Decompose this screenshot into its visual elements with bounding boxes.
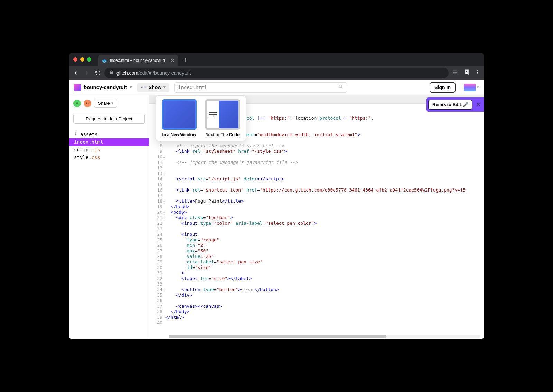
tab-title: index.html – bouncy-candytuft (110, 58, 165, 63)
remix-banner: Remix to Edit 🎤 ✕ (426, 97, 484, 112)
code-content[interactable]: <script>if (location.protocol !== "https… (165, 115, 484, 326)
chevron-down-icon: ▾ (163, 85, 166, 90)
app-main: •• •• Share ▾ Request to Join Project 🗄a… (69, 95, 484, 339)
svg-point-4 (477, 72, 478, 73)
chevron-down-icon: ▾ (130, 85, 132, 90)
show-button[interactable]: 👓 Show ▾ (137, 83, 169, 92)
svg-point-5 (477, 73, 478, 74)
forward-icon (84, 70, 90, 76)
scrollbar-thumb[interactable] (169, 335, 386, 338)
chevron-down-icon: ▾ (111, 101, 113, 105)
svg-rect-1 (453, 72, 457, 73)
url-input[interactable]: glitch.com/edit/#!/bouncy-candytuft (104, 68, 449, 78)
file-item[interactable]: 🗄assets (69, 131, 149, 138)
presence-avatar-icon[interactable]: •• (73, 100, 81, 107)
browser-window: 🐟 index.html – bouncy-candytuft ✕ + glit… (69, 53, 484, 339)
profile-icon[interactable] (463, 69, 470, 77)
address-bar: glitch.com/edit/#!/bouncy-candytuft (69, 66, 484, 80)
chevron-down-icon: ▾ (477, 85, 479, 90)
horizontal-scrollbar[interactable] (169, 335, 480, 338)
menu-icon[interactable] (475, 69, 480, 76)
share-label: Share (98, 101, 110, 106)
svg-rect-0 (453, 71, 457, 71)
glasses-icon: 👓 (141, 85, 147, 90)
app-body: bouncy-candytuft ▾ 👓 Show ▾ index.html S… (69, 80, 484, 339)
reload-icon[interactable] (95, 70, 101, 76)
minimize-window-icon[interactable] (80, 57, 84, 62)
presence-avatar-icon[interactable]: •• (84, 100, 91, 107)
file-name: assets (80, 132, 98, 137)
window-titlebar: 🐟 index.html – bouncy-candytuft ✕ + (69, 53, 484, 66)
file-item[interactable]: script.js (69, 146, 149, 153)
share-button[interactable]: Share ▾ (94, 99, 117, 108)
search-placeholder: index.html (178, 85, 207, 90)
file-name: index.html (74, 139, 103, 145)
remix-to-edit-button[interactable]: Remix to Edit 🎤 (428, 100, 472, 110)
show-option-label: In a New Window (159, 132, 199, 137)
lock-icon (109, 70, 114, 76)
fish-avatar-icon (464, 84, 476, 91)
file-name: style.css (74, 155, 100, 160)
close-tab-icon[interactable]: ✕ (170, 58, 175, 63)
line-gutter: 3▾45678910▾111213▾1415161718▾1920▾21▾222… (149, 115, 165, 326)
file-item[interactable]: index.html (69, 138, 149, 146)
glitch-logo-icon (74, 84, 81, 91)
show-menu-popup: In a New Window Next to The Code (156, 95, 246, 141)
browser-tab[interactable]: 🐟 index.html – bouncy-candytuft ✕ (98, 55, 178, 66)
show-label: Show (149, 85, 161, 90)
show-option-label: Next to The Code (203, 132, 242, 137)
svg-point-3 (477, 70, 478, 71)
file-name: script.js (74, 147, 100, 152)
reader-icon[interactable] (452, 69, 458, 77)
editor-area: In a New Window Next to The Code Remix t… (149, 95, 484, 339)
show-option-next-to-code[interactable]: Next to The Code (203, 99, 242, 137)
close-window-icon[interactable] (73, 57, 77, 62)
preview-split-thumbnail-icon (205, 99, 240, 130)
project-name-label: bouncy-candytuft (84, 84, 127, 90)
back-icon[interactable] (73, 70, 79, 76)
tab-favicon-icon: 🐟 (102, 58, 107, 63)
file-item[interactable]: style.css (69, 153, 149, 161)
user-avatar-dropdown[interactable]: ▾ (460, 84, 479, 91)
project-name-dropdown[interactable]: bouncy-candytuft ▾ (74, 84, 132, 91)
remix-label: Remix to Edit (432, 102, 461, 107)
svg-rect-2 (453, 74, 456, 74)
close-icon[interactable]: ✕ (475, 101, 482, 108)
search-icon (338, 84, 343, 90)
traffic-lights (73, 57, 91, 62)
file-list: 🗄assetsindex.htmlscript.jsstyle.css (69, 131, 149, 161)
svg-point-6 (339, 85, 342, 88)
sidebar: •• •• Share ▾ Request to Join Project 🗄a… (69, 95, 149, 339)
preview-thumbnail-icon (162, 99, 197, 130)
url-text: glitch.com/edit/#!/bouncy-candytuft (116, 70, 191, 76)
folder-icon: 🗄 (74, 132, 78, 137)
app-header: bouncy-candytuft ▾ 👓 Show ▾ index.html S… (69, 80, 484, 95)
microphone-icon: 🎤 (463, 102, 468, 107)
search-input[interactable]: index.html (174, 82, 347, 93)
request-join-button[interactable]: Request to Join Project (73, 114, 145, 124)
new-tab-button[interactable]: + (184, 57, 187, 64)
sign-in-button[interactable]: Sign In (430, 82, 456, 93)
show-option-new-window[interactable]: In a New Window (159, 99, 199, 137)
maximize-window-icon[interactable] (87, 57, 91, 62)
